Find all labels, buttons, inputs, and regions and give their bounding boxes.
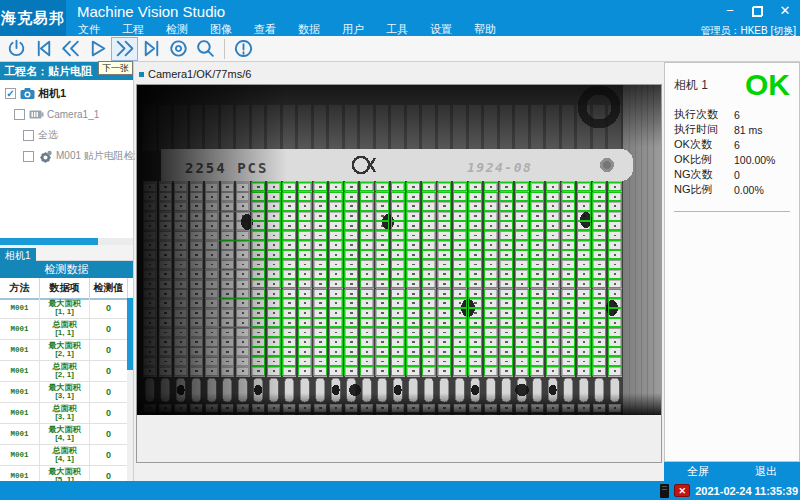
cell-method: M001 [0,424,40,444]
current-user-label: 管理员：HKEB [700,25,767,36]
camera-icon [20,87,35,100]
stat-label: NG次数 [674,167,734,182]
menu-item-工具[interactable]: 工具 [386,22,408,37]
tree-item-全选[interactable]: 全选 [0,127,133,143]
tree-item-相机1[interactable]: ✓相机1 [0,85,133,101]
menu-item-数据[interactable]: 数据 [298,22,320,37]
stat-label: OK次数 [674,137,734,152]
prev-image-icon [60,38,81,59]
viewer-title-text: Camera1/OK/77ms/6 [148,68,251,80]
minimize-button[interactable]: − [723,4,737,18]
stat-row-OK比例: OK比例100.00% [674,152,790,167]
power-button[interactable] [3,37,30,61]
fullscreen-button[interactable]: 全屏 [664,462,732,481]
stat-row-NG次数: NG次数0 [674,167,790,182]
project-panel: 工程名：贴片电阻 ✓相机1Camera1_1全选M001 贴片电阻检测 相机1 … [0,62,134,481]
stat-value: 100.00% [734,154,775,166]
cell-data-item: 总面积[3, 1] [40,403,90,423]
cell-method: M001 [0,340,40,360]
table-row[interactable]: M001最大面积[5, 1]0 [0,466,128,481]
menu-item-设置[interactable]: 设置 [430,22,452,37]
record-icon [168,38,189,59]
cell-detect-value: 0 [90,466,128,481]
first-image-icon [33,38,54,59]
checkbox[interactable] [23,130,34,141]
toolbar-separator [224,39,225,59]
table-row[interactable]: M001最大面积[4, 1]0 [0,424,128,445]
cell-data-item: 最大面积[3, 1] [40,382,90,402]
next-image-button[interactable] [111,37,138,61]
menu-item-工程[interactable]: 工程 [122,22,144,37]
menu-item-文件[interactable]: 文件 [78,22,100,37]
table-row[interactable]: M001最大面积[1, 1]0 [0,298,128,319]
camera-image: 2254 PCS1924-08 [137,85,661,415]
result-panel: 相机 1 OK 执行次数6执行时间81 msOK次数6OK比例100.00%NG… [664,62,800,462]
footer-buttons: 全屏 退出 [664,462,800,481]
stat-row-执行次数: 执行次数6 [674,107,790,122]
column-header-检测值: 检测值 [90,278,128,298]
menu-item-帮助[interactable]: 帮助 [474,22,496,37]
close-button[interactable]: ✕ [778,4,792,18]
cell-data-item: 最大面积[1, 1] [40,298,90,318]
detect-table-header: 方法数据项检测值 [0,278,133,300]
switch-user-link[interactable]: [切换] [770,25,796,36]
column-header-方法: 方法 [0,278,40,298]
restore-button[interactable] [752,6,763,17]
tree-item-label: 全选 [38,128,58,142]
table-row[interactable]: M001总面积[4, 1]0 [0,445,128,466]
menu-bar: 文件工程检测图像查看数据用户工具设置帮助 [0,22,800,36]
cell-method: M001 [0,382,40,402]
table-row[interactable]: M001总面积[1, 1]0 [0,319,128,340]
camera-image-frame: 2254 PCS1924-08 [136,84,662,463]
search-button[interactable] [192,37,219,61]
stat-row-OK次数: OK次数6 [674,137,790,152]
cell-data-item: 最大面积[2, 1] [40,340,90,360]
cell-detect-value: 0 [90,424,128,444]
tree-item-M001[interactable]: M001 贴片电阻检测 [0,148,133,164]
stat-value: 81 ms [734,124,763,136]
disconnected-icon: ✕ [674,484,690,497]
cell-data-item: 最大面积[4, 1] [40,424,90,444]
window-controls: − ✕ [723,4,792,18]
checkbox[interactable] [14,109,25,120]
title-bar: Machine Vision Studio 文件工程检测图像查看数据用户工具设置… [0,0,800,36]
viewer-title: Camera1/OK/77ms/6 [139,68,251,80]
menu-item-查看[interactable]: 查看 [254,22,276,37]
first-image-button[interactable] [30,37,57,61]
checkbox[interactable] [23,151,34,162]
info-button[interactable] [230,37,257,61]
prev-image-button[interactable] [57,37,84,61]
clock: 2021-02-24 11:35:39 [695,485,798,497]
stat-value: 0.00% [734,184,764,196]
table-row[interactable]: M001最大面积[3, 1]0 [0,382,128,403]
cell-detect-value: 0 [90,340,128,360]
menu-item-图像[interactable]: 图像 [210,22,232,37]
menu-item-检测[interactable]: 检测 [166,22,188,37]
tree-horizontal-scrollbar[interactable] [0,238,133,245]
linescan-camera-icon [29,108,44,121]
image-viewer: Camera1/OK/77ms/6 2254 PCS1924-08 [135,62,663,481]
stat-label: OK比例 [674,152,734,167]
stat-label: 执行时间 [674,122,734,137]
cell-method: M001 [0,298,40,318]
table-row[interactable]: M001总面积[3, 1]0 [0,403,128,424]
record-button[interactable] [165,37,192,61]
stat-value: 6 [734,109,740,121]
project-tree: ✓相机1Camera1_1全选M001 贴片电阻检测 [0,80,133,237]
table-row[interactable]: M001总面积[2, 1]0 [0,361,128,382]
menu-item-用户[interactable]: 用户 [342,22,364,37]
table-vertical-scrollbar[interactable] [127,298,133,481]
stat-row-执行时间: 执行时间81 ms [674,122,790,137]
tree-item-Camera1_1[interactable]: Camera1_1 [0,106,133,122]
cell-detect-value: 0 [90,319,128,339]
detect-data-header: 检测数据 [0,261,133,278]
table-row[interactable]: M001最大面积[2, 1]0 [0,340,128,361]
image-batch-text: 1924-08 [467,160,532,175]
result-camera-label: 相机 1 [674,77,708,94]
last-image-button[interactable] [138,37,165,61]
viewer-bullet-icon [139,72,144,77]
run-button[interactable] [84,37,111,61]
exit-button[interactable]: 退出 [732,462,800,481]
checkbox[interactable]: ✓ [5,88,16,99]
cell-data-item: 总面积[1, 1] [40,319,90,339]
